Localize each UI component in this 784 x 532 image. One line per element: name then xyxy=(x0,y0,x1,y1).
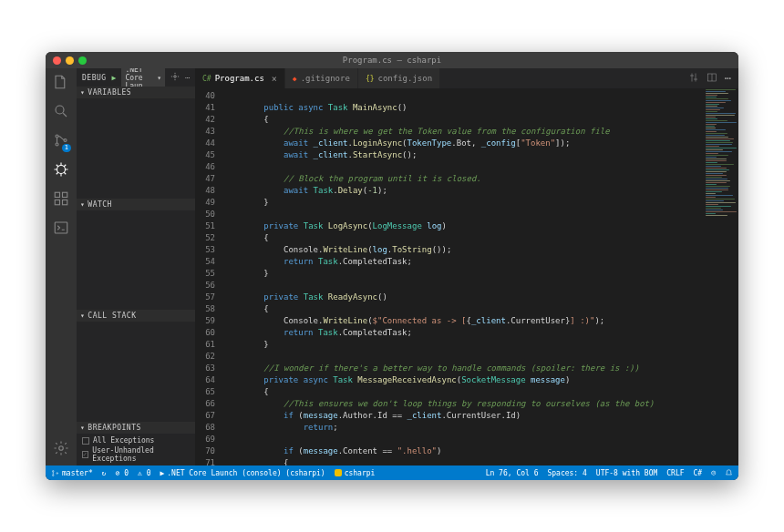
tab-label: Program.cs xyxy=(215,74,264,83)
svg-point-1 xyxy=(56,135,58,138)
chevron-down-icon: ▾ xyxy=(80,312,85,320)
project-name: csharpi xyxy=(345,469,376,477)
explorer-icon[interactable] xyxy=(53,74,69,92)
search-icon[interactable] xyxy=(53,103,69,121)
watch-label: WATCH xyxy=(88,200,112,209)
breakpoint-item[interactable]: User-Unhandled Exceptions xyxy=(77,445,195,464)
checkbox[interactable] xyxy=(82,437,89,445)
debug-icon[interactable] xyxy=(53,161,69,179)
editor-tab[interactable]: ◆.gitignore xyxy=(285,68,358,88)
scm-badge: 1 xyxy=(62,144,71,152)
split-editor-icon[interactable] xyxy=(707,72,717,85)
line-gutter: 40 41 42 43 44 45 46 47 48 49 50 51 52 5… xyxy=(195,88,221,466)
watch-section-header[interactable]: ▾ WATCH xyxy=(77,199,195,210)
launch-name: .NET Core Launch (console) (csharpi) xyxy=(167,469,325,477)
svg-point-2 xyxy=(56,143,58,146)
chevron-down-icon: ▾ xyxy=(157,74,161,82)
file-icon: ◆ xyxy=(293,75,297,83)
encoding-status[interactable]: UTF-8 with BOM xyxy=(596,469,657,477)
svg-rect-8 xyxy=(63,200,67,205)
status-bar: master* ↻ ⊘ 0 ⚠ 0 ▶ .NET Core Launch (co… xyxy=(46,466,738,480)
svg-point-15 xyxy=(57,472,58,474)
svg-point-14 xyxy=(53,475,55,476)
tab-label: .gitignore xyxy=(301,74,350,83)
chevron-down-icon: ▾ xyxy=(80,200,85,209)
warnings-status[interactable]: ⚠ 0 xyxy=(138,469,150,477)
close-tab-icon[interactable]: × xyxy=(272,74,277,84)
svg-point-13 xyxy=(53,470,55,472)
notifications-icon[interactable] xyxy=(725,469,733,477)
sidebar-title: DEBUG xyxy=(82,74,107,82)
errors-status[interactable]: ⊘ 0 xyxy=(116,469,129,477)
file-icon: {} xyxy=(366,75,375,83)
source-control-icon[interactable]: 1 xyxy=(53,132,69,150)
terminal-icon[interactable] xyxy=(53,220,69,238)
file-icon: C# xyxy=(202,75,211,83)
position-text: Ln 76, Col 6 xyxy=(486,469,539,477)
svg-point-0 xyxy=(56,106,64,114)
code-content[interactable]: public async Task MainAsync() { //This i… xyxy=(221,88,738,466)
chevron-down-icon: ▾ xyxy=(80,88,85,97)
svg-rect-6 xyxy=(63,192,67,197)
extensions-icon[interactable] xyxy=(53,190,69,209)
eol-status[interactable]: CRLF xyxy=(666,469,684,477)
breakpoints-body: All ExceptionsUser-Unhandled Exceptions xyxy=(77,434,195,466)
chevron-down-icon: ▾ xyxy=(80,424,85,432)
vscode-window: Program.cs — csharpi 1 xyxy=(46,52,738,480)
breakpoint-label: All Exceptions xyxy=(93,436,154,445)
editor-tab[interactable]: C#Program.cs× xyxy=(195,68,285,88)
debug-settings-icon[interactable] xyxy=(170,72,180,83)
watch-body xyxy=(77,210,195,311)
titlebar: Program.cs — csharpi xyxy=(46,52,738,68)
feedback-icon[interactable]: ☺ xyxy=(711,469,716,477)
breakpoints-label: BREAKPOINTS xyxy=(88,424,140,432)
project-icon xyxy=(335,469,342,476)
more-actions-icon[interactable]: ⋯ xyxy=(725,72,731,85)
encoding-text: UTF-8 with BOM xyxy=(596,469,657,477)
more-icon[interactable]: ⋯ xyxy=(185,74,190,82)
breakpoint-item[interactable]: All Exceptions xyxy=(77,435,195,445)
language-status[interactable]: C# xyxy=(694,469,703,477)
sync-status[interactable]: ↻ xyxy=(102,469,107,477)
compare-icon[interactable] xyxy=(688,72,699,85)
checkbox[interactable] xyxy=(82,451,88,458)
eol-text: CRLF xyxy=(666,469,684,477)
svg-point-11 xyxy=(174,76,177,78)
svg-rect-5 xyxy=(55,192,59,197)
branch-name: master* xyxy=(62,469,93,477)
indent-status[interactable]: Spaces: 4 xyxy=(547,469,586,477)
git-branch-status[interactable]: master* xyxy=(51,469,93,477)
debug-sidebar: DEBUG ▶ .NET Core Laun… ▾ ⋯ ▾ VARIABLES … xyxy=(77,68,195,466)
svg-rect-9 xyxy=(55,222,67,233)
minimap[interactable] xyxy=(702,88,738,466)
debug-launch-status[interactable]: ▶ .NET Core Launch (console) (csharpi) xyxy=(160,469,325,477)
breakpoint-label: User-Unhandled Exceptions xyxy=(92,446,190,463)
project-status[interactable]: csharpi xyxy=(335,469,376,477)
debug-header: DEBUG ▶ .NET Core Laun… ▾ ⋯ xyxy=(77,68,195,87)
callstack-label: CALL STACK xyxy=(88,312,136,320)
breakpoints-section-header[interactable]: ▾ BREAKPOINTS xyxy=(77,422,195,434)
editor-area: C#Program.cs×◆.gitignore{}config.json ⋯ … xyxy=(195,68,738,466)
editor-tabs: C#Program.cs×◆.gitignore{}config.json ⋯ xyxy=(195,68,738,88)
variables-section-header[interactable]: ▾ VARIABLES xyxy=(77,87,195,98)
cursor-position[interactable]: Ln 76, Col 6 xyxy=(486,469,539,477)
smile-icon: ☺ xyxy=(711,469,716,477)
sync-icon: ↻ xyxy=(102,469,107,477)
tab-actions: ⋯ xyxy=(681,68,738,88)
errors-count: ⊘ 0 xyxy=(116,469,129,477)
lang-text: C# xyxy=(694,469,703,477)
svg-rect-7 xyxy=(55,200,59,205)
debug-start-icon[interactable]: ▶ xyxy=(112,74,117,82)
svg-point-10 xyxy=(59,446,64,451)
warnings-count: ⚠ 0 xyxy=(138,469,150,477)
callstack-section-header[interactable]: ▾ CALL STACK xyxy=(77,310,195,322)
code-editor[interactable]: 40 41 42 43 44 45 46 47 48 49 50 51 52 5… xyxy=(195,88,738,466)
activity-bar: 1 xyxy=(46,68,77,466)
spaces-text: Spaces: 4 xyxy=(547,469,586,477)
tab-label: config.json xyxy=(378,74,433,83)
settings-gear-icon[interactable] xyxy=(53,440,69,458)
callstack-body xyxy=(77,322,195,422)
editor-tab[interactable]: {}config.json xyxy=(358,68,440,88)
variables-body xyxy=(77,98,195,199)
window-title: Program.cs — csharpi xyxy=(46,56,738,65)
